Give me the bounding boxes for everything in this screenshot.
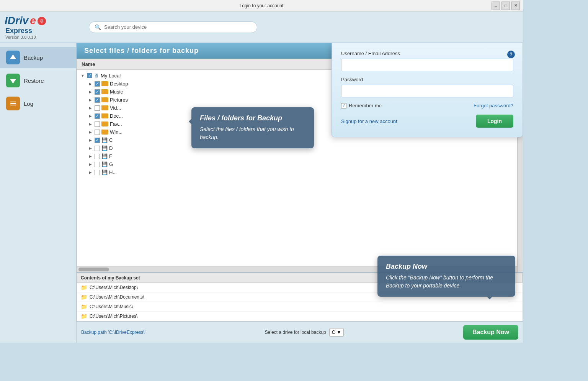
folder-icon-music [101, 89, 108, 94]
checkbox-f[interactable] [95, 154, 100, 159]
callout-backup-text: Click the "Backup Now" button to perform… [386, 274, 507, 290]
drive-select-area: Select a drive for local backup C ▼ [265, 328, 344, 337]
callout-backup-title: Backup Now [386, 263, 507, 271]
expander-c[interactable]: ▶ [88, 138, 93, 143]
checkbox-c[interactable]: ✓ [95, 138, 100, 143]
search-bar: 🔍 [89, 21, 257, 33]
sidebar-item-restore[interactable]: Restore [0, 70, 76, 91]
svg-rect-2 [10, 102, 16, 102]
expander-d[interactable]: ▶ [88, 146, 93, 151]
checkbox-g[interactable] [95, 162, 100, 167]
callout-backup: Backup Now Click the "Backup Now" button… [377, 256, 515, 297]
password-input[interactable] [341, 85, 513, 97]
drive-icon-g: 💾 [101, 161, 108, 167]
checkbox-d[interactable] [95, 146, 100, 151]
backup-path-link[interactable]: Backup path 'C:\IDriveExpress\' [81, 330, 145, 335]
maximize-button[interactable]: □ [501, 2, 510, 10]
checkbox-fav[interactable] [95, 122, 100, 127]
expander-fav[interactable]: ▶ [88, 122, 93, 127]
callout-files-title: Files / folders for Backup [200, 114, 305, 122]
drive-icon-d: 💾 [101, 145, 108, 151]
folder-icon-row3: 📁 [81, 304, 87, 310]
logo-version: Version 3.0.0.10 [5, 35, 36, 39]
expander-desktop[interactable]: ▶ [88, 81, 93, 87]
log-icon [6, 97, 20, 110]
signup-link[interactable]: Signup for a new account [341, 118, 397, 124]
expander-docs[interactable]: ▶ [88, 113, 93, 119]
title-bar-controls: – □ ✕ [492, 2, 520, 10]
expander-mylocal[interactable]: ▼ [80, 73, 85, 78]
backup-path-2: C:\Users\Mich\Documents\ [90, 294, 144, 300]
sidebar-restore-label: Restore [24, 77, 44, 84]
label-fav: Fav... [110, 121, 122, 127]
label-desktop: Desktop [110, 81, 128, 87]
checkbox-videos[interactable] [95, 105, 100, 111]
expander-win[interactable]: ▶ [88, 130, 93, 135]
col-name: Contents of my Backup set [77, 273, 385, 282]
help-icon[interactable]: ? [507, 51, 515, 58]
expander-g[interactable]: ▶ [88, 162, 93, 167]
remember-me-label: Remember me [349, 103, 382, 108]
label-c: C [109, 137, 113, 143]
label-videos: Vid... [110, 105, 121, 111]
checkbox-desktop[interactable]: ✓ [95, 81, 100, 87]
checkbox-h[interactable] [95, 170, 100, 175]
backup-now-button[interactable]: Backup Now [463, 325, 518, 340]
header: IDriv e ® Express Version 3.0.0.10 🔍 [0, 11, 523, 43]
expander-h[interactable]: ▶ [88, 170, 93, 175]
label-g: G [109, 161, 113, 167]
checkbox-win[interactable] [95, 130, 100, 135]
folder-icon-row2: 📁 [81, 294, 87, 300]
logo-express-text: Express [5, 27, 32, 35]
content-area: Backup Restore Log [0, 43, 523, 343]
search-input[interactable] [104, 24, 252, 30]
computer-icon: 🖥 [94, 72, 99, 79]
backup-path-1: C:\Users\Mich\Desktop\ [90, 285, 138, 290]
folder-icon-pictures [101, 97, 108, 102]
expander-f[interactable]: ▶ [88, 154, 93, 159]
sidebar-backup-label: Backup [24, 54, 43, 61]
footer: Backup path 'C:\IDriveExpress\' Select a… [77, 322, 523, 343]
expander-videos[interactable]: ▶ [88, 105, 93, 111]
sidebar-item-backup[interactable]: Backup [0, 47, 76, 68]
close-button[interactable]: ✕ [511, 2, 520, 10]
svg-marker-0 [10, 54, 16, 59]
tree-item-f[interactable]: ▶ 💾 F [77, 152, 517, 160]
remember-checkbox[interactable]: ✓ [341, 103, 346, 108]
checkbox-mylocal[interactable]: ✓ [87, 73, 92, 78]
backup-path-3: C:\Users\Mich\Music\ [90, 304, 133, 309]
drive-select-box[interactable]: C ▼ [329, 328, 344, 337]
label-mylocal: My Local [101, 73, 121, 79]
forgot-password-link[interactable]: Forgot password? [474, 103, 513, 108]
svg-rect-3 [10, 103, 16, 104]
username-input[interactable] [341, 59, 513, 71]
login-button[interactable]: Login [476, 115, 513, 128]
folder-icon-videos [101, 105, 108, 110]
remember-me[interactable]: ✓ Remember me [341, 103, 382, 108]
login-remember-row: ✓ Remember me Forgot password? [341, 103, 513, 108]
expander-music[interactable]: ▶ [88, 89, 93, 95]
minimize-button[interactable]: – [492, 2, 500, 10]
tree-item-h[interactable]: ▶ 💾 H... [77, 168, 517, 176]
label-docs: Doc... [110, 113, 123, 119]
tree-column-name: Name [82, 61, 95, 67]
label-win: Win... [110, 129, 122, 135]
label-f: F [109, 153, 112, 159]
search-icon: 🔍 [95, 24, 101, 30]
checkbox-docs[interactable]: ✓ [95, 113, 100, 119]
expander-pictures[interactable]: ▶ [88, 97, 93, 103]
sidebar: Backup Restore Log [0, 43, 77, 343]
label-h: H... [109, 169, 117, 175]
logo-express-row: Express [5, 27, 32, 35]
folder-icon-row1: 📁 [81, 284, 87, 291]
backup-row-4[interactable]: 📁 C:\Users\Mich\Pictures\ [77, 312, 523, 321]
checkbox-music[interactable]: ✓ [95, 89, 100, 95]
title-bar: Login to your account – □ ✕ [0, 0, 523, 11]
checkbox-pictures[interactable]: ✓ [95, 97, 100, 103]
tree-item-g[interactable]: ▶ 💾 G [77, 160, 517, 168]
h-scrollbar-thumb[interactable] [78, 268, 109, 271]
sidebar-item-log[interactable]: Log [0, 93, 76, 114]
logo-text: IDriv e ® [5, 15, 46, 27]
logo-area: IDriv e ® Express Version 3.0.0.10 [5, 15, 81, 39]
backup-row-3[interactable]: 📁 C:\Users\Mich\Music\ [77, 302, 523, 312]
